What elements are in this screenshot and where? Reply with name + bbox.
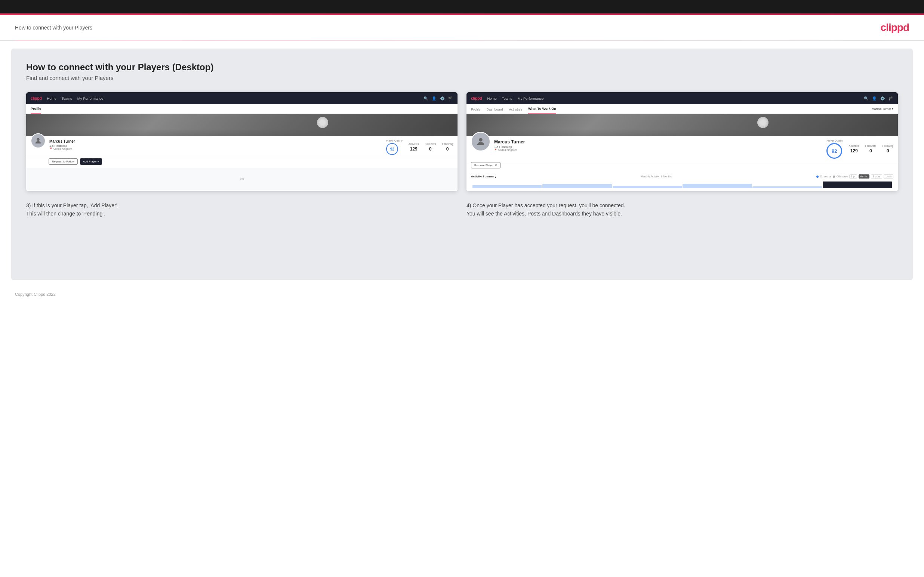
left-nav-home[interactable]: Home xyxy=(47,96,56,100)
right-tab-profile[interactable]: Profile xyxy=(471,108,481,114)
right-search-icon[interactable]: 🔍 xyxy=(863,96,869,101)
left-banner xyxy=(26,114,457,136)
scissors-icon: ✂ xyxy=(240,176,244,183)
main-content: How to connect with your Players (Deskto… xyxy=(11,48,913,280)
left-following-value: 0 xyxy=(446,147,449,152)
chart-bar-2 xyxy=(542,184,612,188)
right-action-buttons: Remove Player ✕ xyxy=(467,162,898,171)
right-followers-label: Followers xyxy=(865,145,876,147)
right-following-value: 0 xyxy=(887,148,889,153)
time-filter-6mths[interactable]: 6 mths xyxy=(859,174,870,179)
right-followers-stat: Followers 0 xyxy=(865,145,876,154)
activity-title: Activity Summary xyxy=(471,175,496,178)
caption-left: 3) If this is your Player tap, 'Add Play… xyxy=(26,201,457,218)
left-player-name: Marcus Turner xyxy=(49,139,183,143)
right-tab-activities[interactable]: Activities xyxy=(509,108,523,114)
main-subtitle: Find and connect with your Players xyxy=(26,75,898,81)
screenshot-right: clippd Home Teams My Performance 🔍 👤 ⚙️ … xyxy=(467,92,898,191)
right-quality-group: Player Quality 92 xyxy=(826,139,843,159)
settings-icon[interactable]: ⚙️ xyxy=(439,96,445,101)
divider-line xyxy=(15,41,909,41)
left-profile-info: Marcus Turner 1-5 Handicap 📍 United King… xyxy=(49,139,183,150)
time-filter-1yr[interactable]: 1 yr xyxy=(849,174,857,179)
left-quality-group: Player Quality 92 xyxy=(386,139,402,155)
remove-player-button[interactable]: Remove Player ✕ xyxy=(471,162,501,168)
user-icon[interactable]: 👤 xyxy=(431,96,436,101)
left-screenshot-bottom: ✂ xyxy=(26,168,457,190)
chart-bar-1 xyxy=(472,185,542,188)
left-app-logo: clippd xyxy=(31,96,42,100)
main-title: How to connect with your Players (Deskto… xyxy=(26,62,898,73)
logo: clippd xyxy=(880,22,909,34)
right-settings-icon[interactable]: ⚙️ xyxy=(880,96,885,101)
time-filter-3mths[interactable]: 3 mths xyxy=(871,174,882,179)
left-quality-label: Player Quality xyxy=(386,139,402,142)
page-header-title: How to connect with your Players xyxy=(15,25,92,31)
left-profile-section: Marcus Turner 1-5 Handicap 📍 United King… xyxy=(26,136,457,158)
flag-icon[interactable]: 🏴 xyxy=(448,96,453,101)
right-player-handicap: 1-5 Handicap xyxy=(494,145,626,148)
add-player-button[interactable]: Add Player + xyxy=(80,158,102,165)
right-tab-what-to-work-on[interactable]: What To Work On xyxy=(528,107,556,114)
right-nav-home[interactable]: Home xyxy=(487,96,496,100)
right-user-icon[interactable]: 👤 xyxy=(872,96,877,101)
left-activities-value: 129 xyxy=(410,147,418,152)
right-following-stat: Following 0 xyxy=(882,145,893,154)
right-banner xyxy=(467,114,898,136)
right-avatar xyxy=(471,132,490,151)
left-player-location: 📍 United Kingdom xyxy=(49,148,183,150)
right-nav-teams[interactable]: Teams xyxy=(502,96,512,100)
right-activities-stat: Activities 129 xyxy=(849,145,859,154)
right-navbar: clippd Home Teams My Performance 🔍 👤 ⚙️ … xyxy=(467,92,898,104)
right-tabbar: Profile Dashboard Activities What To Wor… xyxy=(467,104,898,114)
right-flag-icon[interactable]: 🏴 xyxy=(888,96,893,101)
right-player-name: Marcus Turner xyxy=(494,139,626,145)
activity-summary-section: Activity Summary Monthly Activity · 6 Mo… xyxy=(467,171,898,191)
left-nav-teams[interactable]: Teams xyxy=(62,96,72,100)
nav-icons: 🔍 👤 ⚙️ 🏴 xyxy=(423,96,453,101)
right-nav-dropdown[interactable]: Marcus Turner ▾ xyxy=(872,107,893,111)
chart-bar-3 xyxy=(613,186,682,188)
chart-bar-6 xyxy=(823,182,892,188)
time-filter-1mth[interactable]: 1 mth xyxy=(884,174,893,179)
left-avatar xyxy=(31,133,45,148)
svg-point-1 xyxy=(479,138,482,142)
activity-subtitle: Monthly Activity · 6 Months xyxy=(641,175,672,178)
left-followers-label: Followers xyxy=(425,143,436,145)
top-bar xyxy=(0,0,924,13)
left-profile-stats: Player Quality 92 Activities 129 Followe… xyxy=(187,139,453,155)
right-quality-circle: 92 xyxy=(826,143,842,159)
right-following-label: Following xyxy=(882,145,893,147)
left-nav-myperformance[interactable]: My Performance xyxy=(78,96,103,100)
chart-bar-5 xyxy=(753,186,822,188)
right-app-logo: clippd xyxy=(471,96,482,100)
left-tabbar: Profile xyxy=(26,104,457,114)
left-activities-stat: Activities 129 xyxy=(409,143,419,152)
right-profile-info: Marcus Turner 1-5 Handicap 📍 United King… xyxy=(494,139,626,152)
left-quality-circle: 92 xyxy=(386,143,398,155)
right-followers-value: 0 xyxy=(869,148,872,153)
left-player-handicap: 1-5 Handicap xyxy=(49,144,183,148)
left-followers-value: 0 xyxy=(429,147,432,152)
page-header: How to connect with your Players clippd xyxy=(0,15,924,41)
right-tab-dashboard[interactable]: Dashboard xyxy=(487,108,503,114)
caption-right: 4) Once your Player has accepted your re… xyxy=(467,201,898,218)
right-nav-myperformance[interactable]: My Performance xyxy=(518,96,544,100)
left-following-stat: Following 0 xyxy=(442,143,453,152)
caption-left-text: 3) If this is your Player tap, 'Add Play… xyxy=(26,202,118,217)
chart-bar-4 xyxy=(683,184,752,188)
activity-filters: On course Off course 1 yr 6 mths 3 mths … xyxy=(816,174,893,179)
close-icon: ✕ xyxy=(494,164,497,167)
request-to-follow-button[interactable]: Request to Follow xyxy=(48,158,78,165)
left-tab-profile[interactable]: Profile xyxy=(31,107,41,114)
left-action-buttons: Request to Follow Add Player + xyxy=(26,158,457,168)
left-followers-stat: Followers 0 xyxy=(425,143,436,152)
screenshot-left: clippd Home Teams My Performance 🔍 👤 ⚙️ … xyxy=(26,92,457,191)
right-player-location: 📍 United Kingdom xyxy=(494,148,626,152)
captions-row: 3) If this is your Player tap, 'Add Play… xyxy=(26,201,898,218)
activity-header: Activity Summary Monthly Activity · 6 Mo… xyxy=(471,174,893,179)
on-course-label: On course xyxy=(820,175,831,178)
right-nav-icons: 🔍 👤 ⚙️ 🏴 xyxy=(863,96,893,101)
left-activities-label: Activities xyxy=(409,143,419,145)
search-icon[interactable]: 🔍 xyxy=(423,96,428,101)
